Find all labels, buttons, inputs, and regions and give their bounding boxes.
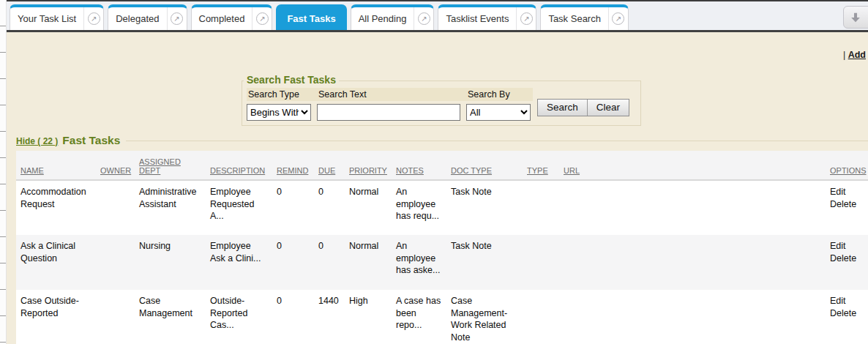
fast-tasks-section: Hide ( 22 ) Fast Tasks NAME OWNER ASSIGN… — [16, 134, 868, 344]
task-tab-bar: Your Task List ↗ Delegated ↗ Completed ↗… — [7, 0, 868, 32]
separator: | — [843, 50, 845, 60]
search-button-group: Search Clear — [537, 99, 629, 116]
cell-remind: 0 — [272, 290, 314, 344]
cell-type — [523, 235, 559, 290]
search-by-select[interactable]: All — [466, 104, 531, 121]
tab-task-search[interactable]: Task Search ↗ — [540, 4, 629, 30]
cell-owner — [96, 290, 135, 344]
add-line: | Add — [843, 50, 866, 60]
delete-link[interactable]: Delete — [830, 307, 864, 320]
cell-notes: A case has been repo... — [392, 290, 446, 344]
cell-doc-type: Task Note — [446, 235, 523, 290]
search-text-label: Search Text — [317, 88, 466, 101]
tab-label: Task Search — [541, 7, 608, 30]
frame-resize-handle[interactable] — [0, 0, 7, 344]
tab-tasklist-events[interactable]: Tasklist Events ↗ — [438, 4, 536, 30]
column-header-remind[interactable]: REMIND — [272, 151, 314, 180]
external-link-icon: ↗ — [612, 12, 624, 25]
search-type-select[interactable]: Begins With — [247, 104, 311, 121]
cell-remind: 0 — [272, 180, 314, 235]
open-in-new-window-button[interactable]: ↗ — [414, 7, 433, 30]
delete-link[interactable]: Delete — [830, 253, 864, 265]
open-in-new-window-button[interactable]: ↗ — [252, 7, 272, 30]
tab-label: Fast Tasks — [277, 7, 345, 30]
search-fast-tasks-panel: Search Fast Tasks Search Type Begins Wit… — [242, 81, 641, 126]
tab-label: All Pending — [351, 7, 414, 30]
cell-options: Edit Delete — [826, 290, 868, 344]
edit-link[interactable]: Edit — [830, 295, 864, 307]
cell-due: 0 — [314, 180, 345, 235]
table-row: Ask a Clinical Question Nursing Employee… — [16, 235, 868, 290]
cell-description: Employee Requested A... — [206, 180, 272, 235]
column-header-assigned-dept[interactable]: ASSIGNED DEPT — [135, 151, 206, 180]
table-row: Case Outside-Reported Case Management Ou… — [16, 290, 868, 344]
cell-priority: High — [345, 290, 392, 344]
cell-url — [559, 180, 826, 235]
open-in-new-window-button[interactable]: ↗ — [608, 7, 628, 30]
cell-options: Edit Delete — [826, 235, 868, 290]
cell-priority: Normal — [345, 235, 392, 290]
search-text-input[interactable] — [317, 104, 460, 121]
open-in-new-window-button[interactable]: ↗ — [83, 7, 103, 30]
cell-priority: Normal — [345, 180, 392, 235]
fast-tasks-title: Fast Tasks — [62, 134, 120, 147]
column-header-description[interactable]: DESCRIPTION — [206, 151, 272, 180]
cell-description: Employee Ask a Clini... — [206, 235, 272, 290]
tab-label: Completed — [192, 7, 252, 30]
delete-link[interactable]: Delete — [830, 198, 864, 211]
cell-doc-type: Case Management-Work Related Note — [446, 290, 523, 344]
cell-owner — [96, 180, 135, 235]
column-header-name[interactable]: NAME — [16, 151, 96, 180]
cell-due: 1440 — [314, 290, 345, 344]
external-link-icon: ↗ — [171, 12, 183, 25]
hide-list-link[interactable]: Hide ( 22 ) — [16, 136, 58, 146]
cell-notes: An employee has requ... — [392, 180, 446, 235]
column-header-options[interactable]: OPTIONS — [826, 151, 868, 180]
cell-due: 0 — [314, 235, 345, 290]
column-header-due[interactable]: DUE — [314, 151, 345, 180]
tab-label: Tasklist Events — [438, 7, 516, 30]
cell-name: Accommodation Request — [16, 180, 96, 235]
cell-name: Case Outside-Reported — [16, 290, 96, 344]
open-in-new-window-button[interactable]: ↗ — [516, 7, 536, 30]
cell-assigned-dept: Case Management — [135, 290, 206, 344]
edit-link[interactable]: Edit — [830, 240, 864, 253]
cell-notes: An employee has aske... — [392, 235, 446, 290]
tab-all-pending[interactable]: All Pending ↗ — [351, 4, 435, 30]
tab-completed[interactable]: Completed ↗ — [191, 4, 273, 30]
cell-url — [559, 235, 826, 290]
cell-description: Outside-Reported Cas... — [206, 290, 272, 344]
search-panel-title: Search Fast Tasks — [244, 74, 339, 86]
external-link-icon: ↗ — [520, 12, 533, 25]
cell-name: Ask a Clinical Question — [16, 235, 96, 290]
column-header-url[interactable]: URL — [559, 151, 826, 180]
fast-tasks-table: NAME OWNER ASSIGNED DEPT DESCRIPTION REM… — [16, 151, 868, 344]
tab-label: Delegated — [108, 7, 166, 30]
open-in-new-window-button[interactable]: ↗ — [167, 7, 187, 30]
tab-delegated[interactable]: Delegated ↗ — [108, 4, 187, 30]
column-header-doc-type[interactable]: DOC TYPE — [446, 151, 523, 180]
external-link-icon: ↗ — [256, 12, 269, 25]
clear-button[interactable]: Clear — [587, 100, 629, 116]
cell-type — [523, 180, 559, 235]
column-header-notes[interactable]: NOTES — [392, 151, 446, 180]
search-type-label: Search Type — [247, 88, 317, 101]
content-area: | Add Search Fast Tasks Search Type Begi… — [7, 32, 868, 344]
external-link-icon: ↗ — [88, 12, 100, 25]
cell-doc-type: Task Note — [446, 180, 523, 235]
cell-assigned-dept: Nursing — [135, 235, 206, 290]
column-header-owner[interactable]: OWNER — [96, 151, 135, 180]
external-link-icon: ↗ — [418, 12, 430, 25]
collapse-tab-strip-button[interactable] — [843, 6, 868, 29]
column-header-type[interactable]: TYPE — [523, 151, 559, 180]
tab-fast-tasks[interactable]: Fast Tasks — [276, 4, 346, 30]
cell-url — [559, 290, 826, 344]
search-by-label: Search By — [466, 88, 533, 101]
add-link[interactable]: Add — [848, 50, 866, 60]
edit-link[interactable]: Edit — [830, 186, 864, 198]
column-header-priority[interactable]: PRIORITY — [345, 151, 392, 180]
cell-options: Edit Delete — [826, 180, 868, 235]
heading-rule — [126, 141, 868, 141]
search-button[interactable]: Search — [538, 100, 587, 116]
tab-your-task-list[interactable]: Your Task List ↗ — [10, 4, 104, 30]
